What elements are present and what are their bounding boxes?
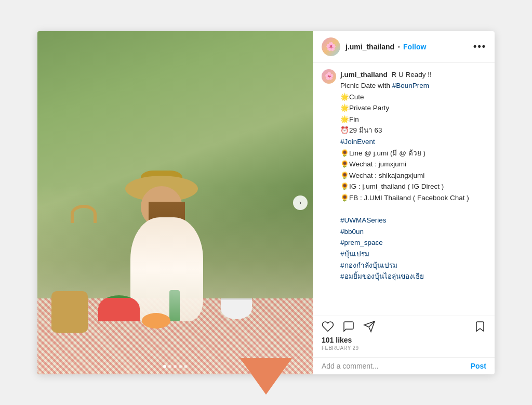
person-body xyxy=(130,217,203,321)
comment-icon xyxy=(342,320,355,333)
carousel-next-button[interactable]: › xyxy=(293,195,308,210)
watermelon xyxy=(98,295,140,321)
bookmark-button[interactable] xyxy=(474,320,486,333)
hashtag-thai2[interactable]: #กองกำลังบุ้นเปรม xyxy=(340,262,397,269)
carousel-dot-4[interactable] xyxy=(179,365,182,368)
comment-input[interactable] xyxy=(322,362,467,370)
caption-area: 🌸 j.umi_thailand R U Ready !! Picnic Dat… xyxy=(313,63,495,316)
bookmark-icon xyxy=(474,320,486,333)
post-header: 🌸 j.umi_thailand • Follow ••• xyxy=(313,31,495,63)
carousel-dots xyxy=(163,365,187,368)
header-dot: • xyxy=(397,43,400,51)
caption-row: 🌸 j.umi_thailand R U Ready !! Picnic Dat… xyxy=(322,69,486,282)
actions-bar: 101 likes FEBRUARY 29 xyxy=(313,316,495,357)
avatar[interactable]: 🌸 xyxy=(322,37,340,56)
photo-panel: › xyxy=(37,31,313,374)
likes-count: 101 likes xyxy=(322,336,486,344)
info-panel: 🌸 j.umi_thailand • Follow ••• 🌸 j.umi_th… xyxy=(313,31,495,374)
post-comment-button[interactable]: Post xyxy=(471,362,486,370)
basket-handle xyxy=(71,205,97,223)
hashtag-bounprem[interactable]: #BounPrem xyxy=(392,82,429,89)
caption-username[interactable]: j.umi_thailand xyxy=(340,71,388,79)
bottle xyxy=(169,290,180,321)
comment-row: Post xyxy=(313,357,495,374)
header-username[interactable]: j.umi_thailand xyxy=(345,43,394,51)
triangle-pointer xyxy=(240,358,292,395)
post-card: › 🌸 j.umi_thailand • xyxy=(37,31,495,374)
hashtag-premspace[interactable]: #prem_space xyxy=(340,239,383,246)
hashtag-thai3[interactable]: #อมยิ้มของบุ้นไอลุ่นของเธีย xyxy=(340,272,424,280)
caption-text: j.umi_thailand R U Ready !! Picnic Date … xyxy=(340,69,486,282)
send-icon xyxy=(363,320,376,333)
comment-button[interactable] xyxy=(342,320,355,333)
follow-button[interactable]: Follow xyxy=(403,43,426,51)
chevron-right-icon: › xyxy=(299,199,301,206)
caption-avatar[interactable]: 🌸 xyxy=(322,69,336,84)
hashtag-bb0un[interactable]: #bb0un xyxy=(340,228,364,236)
carousel-dot-5[interactable] xyxy=(184,365,187,368)
share-button[interactable] xyxy=(363,320,376,333)
page-wrapper: › 🌸 j.umi_thailand • xyxy=(0,0,532,405)
hashtag-joinevent[interactable]: #JoinEvent xyxy=(340,138,375,146)
carousel-dot-1[interactable] xyxy=(163,365,166,368)
action-icons-row xyxy=(322,320,486,333)
avatar-image: 🌸 xyxy=(322,37,340,56)
hashtag-thai1[interactable]: #บุ้นเปรม xyxy=(340,250,369,258)
heart-icon xyxy=(322,320,334,333)
post-date: FEBRUARY 29 xyxy=(322,345,486,351)
more-options-button[interactable]: ••• xyxy=(473,41,486,52)
carousel-dot-3[interactable] xyxy=(174,365,177,368)
like-button[interactable] xyxy=(322,320,334,333)
picnic-scene xyxy=(37,186,313,374)
hashtag-uwmaseries[interactable]: #UWMASeries xyxy=(340,216,387,224)
carousel-dot-2[interactable] xyxy=(168,365,171,368)
picnic-basket xyxy=(51,291,88,333)
